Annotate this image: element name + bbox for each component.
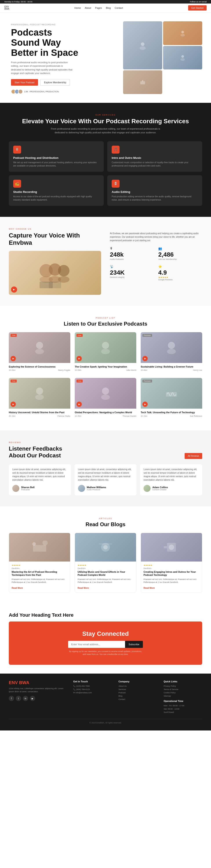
nav-logo[interactable]: ENV BWA <box>4 6 9 10</box>
social-twitter-icon[interactable]: t <box>16 696 21 701</box>
test-avatar-1 <box>78 485 85 492</box>
social-linkedin-icon[interactable]: in <box>23 696 28 701</box>
footer-cookies[interactable]: Cookie Policy <box>163 691 202 694</box>
social-youtube-icon[interactable]: ▶ <box>30 696 35 701</box>
podcast-play-2[interactable]: ▶ <box>143 356 148 361</box>
cta-email-input[interactable] <box>68 641 125 648</box>
nav-contact[interactable]: Contact <box>115 7 123 9</box>
podcast-card-5: Premium ▶ Tech Talk: Unraveling the Futu… <box>141 378 202 419</box>
test-avatar-0 <box>12 485 19 492</box>
footer-company-contact[interactable]: Contact <box>118 698 157 701</box>
test-role-0: Podcaster <box>21 489 34 491</box>
nav-top-phone: Monday to Friday: 09:00 - 00:00 <box>4 1 33 3</box>
footer-company-podcast[interactable]: Podcast <box>118 691 157 694</box>
podcast-meta-3: 2h 15m Patricia Clarke <box>9 415 70 417</box>
service-title-2: Studio Recording <box>13 190 99 193</box>
footer-contact: Get in Touch 📞 (123) 456-7890 📞 (456) 78… <box>73 680 112 714</box>
test-card-0: Lorem ipsum dolor sit amet, consectetur … <box>9 464 71 495</box>
svg-point-25 <box>101 395 110 400</box>
footer-copyright: © 2024 EnvBWA. All rights reserved. <box>9 719 202 724</box>
podcast-card-3: Free ▶ History Uncovered: Untold Stories… <box>9 378 70 419</box>
blog-date-1: DevBWA <box>78 567 133 569</box>
why-section: WHY CHOOSE US Capture Your Voice With En… <box>0 217 211 306</box>
blogs-grid: ★★★★★ DevBWA Mastering the Art of Podcas… <box>9 533 202 592</box>
svg-point-31 <box>103 545 108 550</box>
service-icon-1: 🎵 <box>112 146 120 154</box>
service-card-0: 🎙 Podcast Hosting and Distribution We se… <box>9 141 104 172</box>
test-all-reviews-button[interactable]: All Reviews <box>185 453 202 459</box>
footer-email: ✉ info@envbwa.com <box>73 691 112 694</box>
why-image: ▶ <box>9 251 101 295</box>
nav-about[interactable]: About <box>85 7 91 9</box>
hero-avatars: 2.8K PROFESSIONAL PRODUCTION <box>11 89 123 94</box>
test-author-2: Adam Collins Content Creator <box>144 485 199 492</box>
stats-grid: 🎙 248k Audio Podcasts 👥 2,486 Join our M… <box>110 247 202 281</box>
podcast-meta-4: 1h 35m Thomas Davies <box>75 415 136 417</box>
podcast-title-2: Sustainable Living: Building a Greener F… <box>141 365 202 368</box>
nav-home[interactable]: Home <box>74 7 81 9</box>
footer-company-about[interactable]: About Us <box>118 685 157 687</box>
hero-right <box>123 21 202 94</box>
service-desc-2: Access to our state-of-the-art podcast r… <box>13 195 99 202</box>
footer-grid: ENV BWA 1234 Infinity Ave, Littlethope c… <box>9 680 202 714</box>
test-card-2: Lorem ipsum dolor sit amet, consectetur … <box>140 464 202 495</box>
stat-num-0: 248k <box>110 251 154 258</box>
nav-pages[interactable]: Pages <box>95 7 102 9</box>
podcast-play-0[interactable]: ▶ <box>10 356 16 361</box>
podcast-badge-5: Premium <box>143 380 152 382</box>
stat-3: ⭐ 4.9 ★★★★★ Google Reviews <box>158 265 202 281</box>
podcast-author-5: Sue Robinson <box>190 415 202 417</box>
podcast-author-4: Thomas Davies <box>122 415 136 417</box>
blogs-section: ARTICLES Read Our Blogs ★★★★★ DevBWA Mas… <box>0 506 211 603</box>
test-tag: REVIEWS <box>9 441 70 443</box>
podcast-title-0: Exploring the Science of Consciousness <box>9 365 70 368</box>
test-author-1: Mathew Williams Audio Producer <box>78 485 133 492</box>
footer-company-blog[interactable]: Blog <box>118 695 157 697</box>
nav-blog[interactable]: Blog <box>106 7 111 9</box>
footer-privacy[interactable]: Privacy Policy <box>163 685 202 687</box>
blog-title-2: Creating Engaging Intros and Outros for … <box>144 570 199 577</box>
svg-point-21 <box>167 349 176 354</box>
blog-stars-2: ★★★★★ <box>144 564 199 566</box>
footer-company-services[interactable]: Services <box>118 688 157 690</box>
stat-icon-0: 🎙 <box>110 247 154 250</box>
nav-cta-button[interactable]: Get Started <box>188 5 207 10</box>
footer-phone-1: 📞 (123) 456-7890 <box>73 685 112 687</box>
test-name-1: Mathew Williams <box>87 486 106 489</box>
svg-point-3 <box>180 34 185 36</box>
blog-date-0: DevBWA <box>12 567 67 569</box>
blog-more-2[interactable]: Read More <box>144 587 155 589</box>
podcast-play-1[interactable]: ▶ <box>77 356 82 361</box>
social-facebook-icon[interactable]: f <box>9 696 14 701</box>
footer-company: Company About Us Services Podcast Blog C… <box>118 680 157 714</box>
podcast-badge-4: Free <box>77 380 83 382</box>
footer-phone-2: 📞 (456) 789-0123 <box>73 688 112 690</box>
podcast-info-5: Tech Talk: Unraveling the Future of Tech… <box>141 409 202 419</box>
blog-more-1[interactable]: Read More <box>78 587 89 589</box>
hero-explore-button[interactable]: Explore Membership <box>40 79 70 86</box>
nav-links: Home About Pages Blog Contact <box>74 7 123 9</box>
hero-tag: PROFESSIONAL PODCAST RECORDING <box>11 24 123 26</box>
hero-title: Podcasts Sound Way Better in Space <box>11 27 123 58</box>
hero-avatar-count: 2.8K <box>24 91 28 93</box>
podcast-thumb-0: Free ▶ <box>9 332 70 363</box>
hero-avatar-label: PROFESSIONAL PRODUCTION <box>30 91 59 93</box>
footer-company-title: Company <box>118 680 157 683</box>
podcast-thumb-img-5 <box>141 378 202 409</box>
svg-point-18 <box>102 342 109 349</box>
blog-more-0[interactable]: Read More <box>12 587 23 589</box>
podcast-duration-4: 1h 35m <box>75 415 81 417</box>
podcast-author-0: Nancy Fugate <box>58 369 70 371</box>
service-icon-2: 📻 <box>13 180 21 188</box>
hero-buttons: Start Your Podcast Explore Membership <box>11 79 123 86</box>
why-play-btn[interactable]: ▶ <box>11 286 17 292</box>
footer-sitemap[interactable]: Sitemap <box>163 695 202 697</box>
service-desc-1: Customized music composition or selectio… <box>112 161 198 167</box>
services-title: Elevate Your Voice With Our Podcast Reco… <box>9 118 202 125</box>
footer-terms[interactable]: Terms of Service <box>163 688 202 690</box>
hero-start-button[interactable]: Start Your Podcast <box>11 79 38 86</box>
test-text-2: Lorem ipsum dolor sit amet, consectetur … <box>144 468 199 482</box>
cta-subscribe-button[interactable]: Subscribe <box>125 641 143 648</box>
stat-icon-2: 📡 <box>110 265 154 268</box>
test-author-0: Sharon Bell Podcaster <box>12 485 67 492</box>
